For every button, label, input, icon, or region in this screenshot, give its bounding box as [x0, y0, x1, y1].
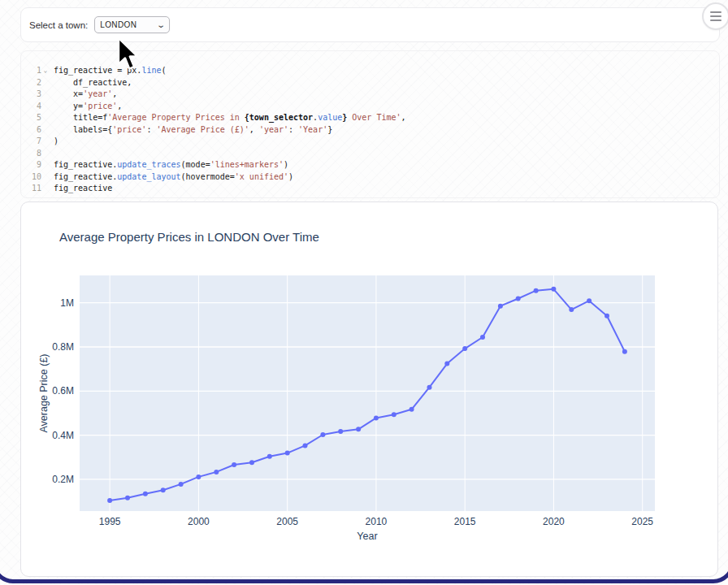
- x-tick-label: 2005: [276, 516, 298, 527]
- chart-marker: [356, 427, 361, 431]
- line-number: 7: [24, 136, 41, 148]
- code-line-text: [50, 148, 58, 160]
- chart-marker: [214, 470, 219, 474]
- x-tick-label: 2000: [188, 516, 210, 527]
- y-tick-label: 0.4M: [52, 430, 74, 441]
- x-tick-label: 2015: [454, 516, 476, 527]
- price-chart-canvas[interactable]: 0.2M0.4M0.6M0.8M1M1995200020052010201520…: [21, 202, 717, 576]
- y-tick-label: 0.8M: [52, 341, 74, 353]
- code-line-text: y='price',: [50, 101, 122, 113]
- widget-toolbar: Select a town: LONDON ⌄: [20, 7, 720, 42]
- chart-marker: [587, 298, 592, 303]
- code-editor[interactable]: 1⌄fig_reactive = px.line(2 df_reactive,3…: [24, 65, 717, 195]
- fold-gutter: [41, 89, 50, 101]
- fold-gutter: [41, 112, 50, 124]
- chart-marker: [143, 492, 148, 496]
- chart-marker: [427, 385, 432, 390]
- fold-gutter: [41, 171, 50, 184]
- line-number: 3: [24, 89, 41, 101]
- x-tick-label: 2020: [543, 516, 565, 527]
- line-number: 6: [24, 124, 41, 136]
- chart-marker: [498, 304, 503, 309]
- code-line[interactable]: 11fig_reactive: [24, 183, 717, 195]
- code-line[interactable]: 6 labels={'price': 'Average Price (£)', …: [24, 124, 717, 136]
- chart-marker: [462, 346, 467, 351]
- y-tick-label: 0.6M: [52, 385, 74, 396]
- code-line[interactable]: 1⌄fig_reactive = px.line(: [24, 65, 717, 77]
- line-number: 1: [24, 65, 41, 77]
- line-number: 11: [24, 183, 41, 195]
- code-line-text: x='year',: [50, 89, 117, 101]
- code-line[interactable]: 7): [24, 136, 717, 148]
- code-line-text: ): [50, 136, 58, 148]
- y-tick-label: 0.2M: [52, 474, 74, 485]
- fold-gutter: [41, 101, 50, 113]
- chevron-down-icon: ⌄: [156, 21, 166, 29]
- code-line-text: fig_reactive = px.line(: [50, 65, 167, 77]
- chart-marker: [125, 496, 130, 500]
- line-number: 4: [24, 101, 41, 113]
- x-tick-label: 1995: [99, 516, 121, 527]
- chart-marker: [249, 460, 254, 465]
- code-line[interactable]: 5 title=f'Average Property Prices in {to…: [24, 112, 717, 124]
- chart-marker: [303, 443, 308, 448]
- chart-marker: [516, 297, 521, 301]
- hamburger-icon: [710, 11, 722, 13]
- chart-marker: [232, 462, 236, 467]
- code-cell[interactable]: 1⌄fig_reactive = px.line(2 df_reactive,3…: [20, 50, 720, 198]
- town-dropdown-value: LONDON: [100, 20, 136, 29]
- select-town-label: Select a town:: [29, 20, 88, 30]
- fold-gutter: [41, 183, 50, 195]
- chart-marker: [338, 429, 343, 434]
- code-line-text: fig_reactive.update_layout(hovermode='x …: [50, 171, 293, 184]
- chart-marker: [534, 288, 539, 293]
- code-line[interactable]: 9fig_reactive.update_traces(mode='lines+…: [24, 159, 717, 171]
- fold-gutter: [41, 124, 50, 136]
- y-tick-label: 1M: [60, 297, 74, 309]
- code-line-text: fig_reactive: [50, 183, 112, 195]
- fold-gutter: [41, 159, 50, 171]
- x-axis-title: Year: [80, 531, 655, 542]
- code-line[interactable]: 4 y='price',: [24, 101, 717, 113]
- fold-arrow-icon[interactable]: ⌄: [41, 65, 50, 77]
- code-line[interactable]: 2 df_reactive,: [24, 77, 717, 89]
- chart-marker: [392, 412, 396, 417]
- x-tick-label: 2010: [366, 516, 388, 527]
- line-number: 5: [24, 112, 41, 124]
- chart-marker: [107, 498, 112, 503]
- menu-button[interactable]: [702, 2, 728, 30]
- chart-marker: [410, 407, 414, 412]
- chart-card: Average Property Prices in LONDON Over T…: [20, 202, 718, 577]
- chart-marker: [622, 349, 627, 354]
- chart-marker: [444, 362, 449, 366]
- line-number: 9: [24, 159, 41, 171]
- code-line[interactable]: 8: [24, 148, 717, 160]
- fold-gutter: [41, 148, 50, 160]
- plot-area: [80, 275, 655, 511]
- chart-marker: [196, 474, 201, 479]
- fold-gutter: [41, 136, 50, 148]
- chart-marker: [480, 335, 485, 340]
- code-line-text: labels={'price': 'Average Price (£)', 'y…: [50, 124, 332, 136]
- code-line[interactable]: 3 x='year',: [24, 89, 717, 101]
- town-dropdown[interactable]: LONDON ⌄: [94, 16, 170, 33]
- chart-marker: [267, 454, 272, 459]
- x-tick-label: 2025: [631, 516, 653, 527]
- chart-marker: [161, 488, 166, 492]
- code-line-text: fig_reactive.update_traces(mode='lines+m…: [50, 159, 288, 171]
- code-line[interactable]: 10fig_reactive.update_layout(hovermode='…: [24, 171, 717, 184]
- chart-marker: [551, 287, 556, 292]
- chart-marker: [320, 432, 325, 437]
- chart-marker: [569, 307, 574, 312]
- line-number: 8: [24, 148, 41, 160]
- line-number: 10: [24, 171, 41, 184]
- chart-marker: [374, 415, 379, 420]
- fold-gutter: [41, 77, 50, 89]
- code-line-text: df_reactive,: [50, 77, 132, 89]
- chart-marker: [179, 482, 184, 487]
- chart-marker: [604, 314, 609, 318]
- line-number: 2: [24, 77, 41, 89]
- chart-marker: [285, 451, 290, 456]
- code-line-text: title=f'Average Property Prices in {town…: [50, 112, 406, 124]
